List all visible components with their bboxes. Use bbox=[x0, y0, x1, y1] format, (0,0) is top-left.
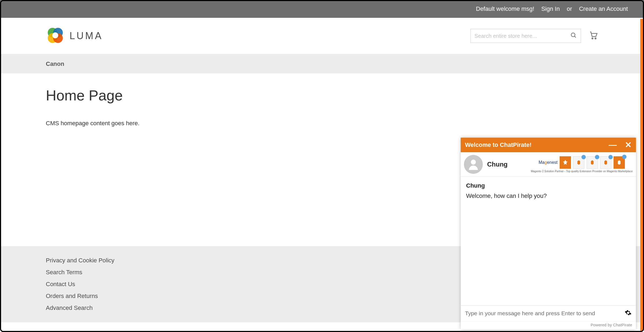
nav-item-canon[interactable]: Canon bbox=[46, 60, 64, 67]
gear-icon[interactable] bbox=[625, 309, 632, 317]
top-bar: Default welcome msg! Sign In or Create a… bbox=[0, 0, 644, 18]
chat-input[interactable] bbox=[465, 310, 621, 317]
svg-point-9 bbox=[471, 160, 476, 165]
footer-link-advanced-search[interactable]: Advanced Search bbox=[46, 304, 114, 311]
chat-operator-row: Chung Magenest Magento bbox=[461, 152, 636, 177]
search-input[interactable] bbox=[471, 29, 581, 43]
minimize-icon[interactable]: — bbox=[609, 141, 617, 149]
cert-badge-2-icon bbox=[587, 156, 598, 169]
footer-link-orders[interactable]: Orders and Returns bbox=[46, 293, 114, 300]
chat-message-sender: Chung bbox=[466, 182, 631, 189]
footer-links: Privacy and Cookie Policy Search Terms C… bbox=[46, 257, 114, 311]
chat-input-row bbox=[461, 305, 636, 321]
cert-badge-4-icon bbox=[614, 156, 625, 169]
operator-badges: Magenest Magento 2 Solution Partner - To… bbox=[531, 156, 633, 173]
page-title: Home Page bbox=[46, 87, 598, 104]
logo-text: LUMA bbox=[70, 30, 103, 42]
operator-name: Chung bbox=[487, 161, 508, 168]
svg-point-7 bbox=[592, 38, 593, 39]
search-box bbox=[470, 29, 581, 43]
svg-point-8 bbox=[595, 38, 596, 39]
close-icon[interactable]: ✕ bbox=[625, 141, 632, 149]
svg-line-6 bbox=[574, 36, 576, 38]
cert-badge-3-icon bbox=[600, 156, 611, 169]
footer-link-privacy[interactable]: Privacy and Cookie Policy bbox=[46, 257, 114, 264]
cms-content: CMS homepage content goes here. bbox=[46, 120, 598, 127]
chat-widget: Welcome to ChatPirate! — ✕ Chung Magenes… bbox=[461, 138, 636, 329]
chat-body: Chung Welcome, how can I help you? bbox=[461, 177, 636, 305]
footer-link-search-terms[interactable]: Search Terms bbox=[46, 269, 114, 276]
sign-in-link[interactable]: Sign In bbox=[541, 5, 560, 12]
create-account-link[interactable]: Create an Account bbox=[579, 5, 628, 12]
header-right bbox=[470, 29, 598, 43]
logo[interactable]: LUMA bbox=[46, 26, 103, 46]
chat-header: Welcome to ChatPirate! — ✕ bbox=[461, 138, 636, 152]
welcome-message: Default welcome msg! bbox=[476, 5, 534, 12]
avatar bbox=[464, 155, 483, 174]
header: LUMA bbox=[0, 18, 644, 54]
svg-point-4 bbox=[52, 32, 58, 38]
chat-powered-by: Powered by ChatPirate bbox=[461, 321, 636, 329]
footer-link-contact[interactable]: Contact Us bbox=[46, 281, 114, 288]
logo-icon bbox=[46, 26, 65, 46]
cert-badge-1-icon bbox=[573, 156, 584, 169]
right-accent-bar bbox=[640, 19, 643, 331]
chat-message-text: Welcome, how can I help you? bbox=[466, 192, 631, 199]
cart-icon[interactable] bbox=[589, 31, 598, 41]
brand-badge: Magenest bbox=[539, 160, 557, 165]
main-nav: Canon bbox=[0, 54, 644, 73]
or-text: or bbox=[567, 5, 572, 12]
chat-title: Welcome to ChatPirate! bbox=[465, 141, 532, 148]
svg-point-5 bbox=[571, 33, 575, 37]
badge-tagline: Magento 2 Solution Partner - Top quality… bbox=[531, 170, 633, 173]
search-icon[interactable] bbox=[570, 32, 577, 40]
partner-badge-icon bbox=[560, 156, 571, 169]
